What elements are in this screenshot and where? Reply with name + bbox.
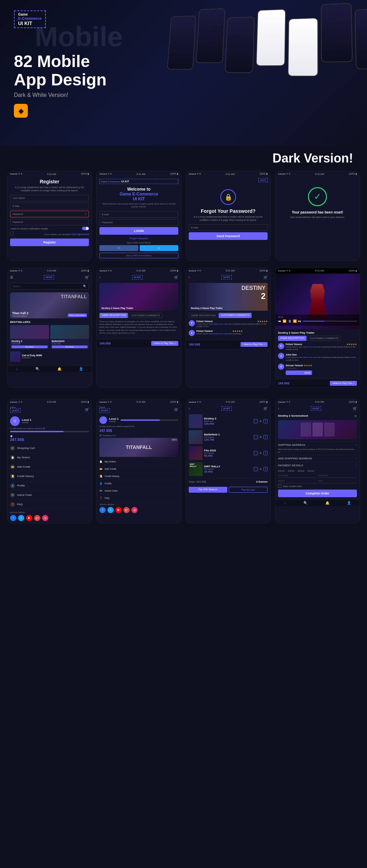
twitter-social-icon[interactable]: t <box>18 515 24 521</box>
tab-desc-video[interactable]: GAME DESCRIPTION <box>278 336 307 341</box>
more-info-btn[interactable]: More Information <box>68 314 87 317</box>
mini-game-case[interactable]: 🎮 Game Case <box>99 487 178 495</box>
qty-minus-4[interactable]: − <box>254 467 258 471</box>
youtube-social-icon[interactable]: ▶ <box>26 515 32 521</box>
play-game-btn-video[interactable]: I Want to Play This ☆ <box>330 381 357 386</box>
menu-item-profile[interactable]: 👤 Profile <box>10 481 89 491</box>
search-bar[interactable]: Search... 🔍 <box>10 283 89 290</box>
qty-minus-1[interactable]: − <box>254 419 258 423</box>
instagram-social-icon[interactable]: ig <box>42 515 48 521</box>
qty-plus-2[interactable]: + <box>263 435 268 439</box>
back-icon-detail[interactable]: ‹ <box>99 275 100 279</box>
play-game-btn[interactable]: I Want to Play This ☆ <box>151 341 178 346</box>
last-name-field[interactable]: Last Name <box>318 473 357 478</box>
featured-mini[interactable]: TITANFALL BES <box>99 438 178 457</box>
menu-item-orders[interactable]: 📋 My Orders <box>10 453 89 462</box>
menu-item-credit[interactable]: 💳 Add Credit <box>10 462 89 472</box>
buy-destiny-btn[interactable]: Buy Now <box>11 345 48 348</box>
tab-comments-2[interactable]: CUSTOMER COMMENTS <box>219 313 252 318</box>
add-address-expand[interactable]: ADD SHIPPING ADDRESS › <box>278 455 357 462</box>
cart-icon-home[interactable]: 🛒 <box>85 275 89 279</box>
qty-plus-1[interactable]: + <box>263 419 268 423</box>
facebook-social-icon[interactable]: f <box>10 515 16 521</box>
buy-battlefield-btn[interactable]: Buy Now <box>52 345 88 348</box>
cart-icon-comments[interactable]: 🛒 <box>263 275 268 279</box>
prev-btn[interactable]: ⏮ <box>278 319 281 323</box>
menu-item-history[interactable]: 📜 Credit History <box>10 472 89 481</box>
fb-2[interactable]: f <box>99 507 106 513</box>
comment-field[interactable]: Comment... <box>286 367 312 369</box>
welcome-password-field[interactable]: Password <box>99 219 178 226</box>
cart-icon-menu[interactable]: 🛒 <box>85 408 89 411</box>
qty-minus-3[interactable]: − <box>254 451 258 455</box>
game-card-battlefield[interactable]: Battlefield1 129.75$ Buy Now <box>50 325 89 349</box>
menu-item-faq[interactable]: ❓ FAQ <box>10 500 89 509</box>
menu-icon-home[interactable]: ☰ <box>10 275 13 279</box>
cart-icon-detail[interactable]: 🛒 <box>174 275 178 279</box>
forgot-link[interactable]: Forgot Password <box>99 236 178 240</box>
cart-icon-cart[interactable]: 🛒 <box>263 407 268 410</box>
tab-game-desc-2[interactable]: GAME DESCRIPTION <box>189 313 218 318</box>
tab-comments[interactable]: CUSTOMER COMMENTS <box>129 313 162 318</box>
progress-bar[interactable] <box>303 321 357 322</box>
mini-faq[interactable]: ❓ FAQ <box>99 495 178 502</box>
login-button[interactable]: LOGIN <box>99 227 178 235</box>
play-game-btn-2[interactable]: I Want to Play This ☆ <box>240 342 268 347</box>
gp-2[interactable]: g+ <box>123 507 130 513</box>
email-field[interactable]: E-Mail <box>10 203 89 209</box>
qty-plus-4[interactable]: + <box>263 467 268 471</box>
gplus-social-icon[interactable]: g+ <box>34 515 40 521</box>
email-signup-btn[interactable]: Sign up With Email Address <box>99 253 178 258</box>
welcome-email-field[interactable]: E-mail <box>99 211 178 218</box>
tab-comments-video[interactable]: CUSTOMER COMMENTS <box>307 336 341 341</box>
username-field[interactable]: User Name <box>10 195 89 201</box>
yt-2[interactable]: ▶ <box>115 507 122 513</box>
twitter-btn[interactable]: t <box>140 245 179 251</box>
confirm-password-field[interactable]: Password <box>10 219 89 225</box>
send-password-btn[interactable]: Send Password <box>189 232 268 240</box>
shipping-expand[interactable]: SHIPPING ADDRESS › <box>278 441 357 448</box>
menu-item-cart[interactable]: 🛒 Shopping Cart <box>10 444 89 453</box>
password-field[interactable]: Password ⚠ <box>10 211 89 217</box>
mini-profile[interactable]: 👤 Profile <box>99 480 178 487</box>
back-icon-comments[interactable]: ‹ <box>189 275 190 279</box>
save-card-checkbox[interactable] <box>278 484 282 488</box>
mini-orders[interactable]: 📋 My Orders <box>99 458 178 466</box>
back-icon-cart[interactable]: ‹ <box>189 407 190 410</box>
send-comment-btn[interactable]: Send <box>286 370 312 375</box>
search-nav-icon[interactable]: 🔍 <box>35 367 40 371</box>
cart-icon-payment[interactable]: 🛒 <box>353 407 357 410</box>
qty-plus-3[interactable]: + <box>263 451 268 455</box>
menu-item-game-case[interactable]: 🎮 Game Case <box>10 491 89 500</box>
back-icon-payment[interactable]: ‹ <box>278 407 279 410</box>
tw-2[interactable]: t <box>107 507 114 513</box>
pause-btn[interactable]: ⏸ <box>288 319 292 323</box>
bell-nav-payment[interactable]: 🔔 <box>325 501 329 505</box>
search-nav-payment[interactable]: 🔍 <box>303 501 308 505</box>
bell-nav-icon[interactable]: 🔔 <box>57 367 62 371</box>
facebook-btn[interactable]: f <box>99 245 138 251</box>
register-button[interactable]: Register <box>10 239 89 246</box>
payment-details-expand[interactable]: PAYMENT DETAILS › <box>278 462 357 469</box>
destiny-video-thumb-2[interactable]: DESTINY 2 Destiny 2 Game Play Trailer <box>189 283 268 311</box>
user-nav-icon[interactable]: 👤 <box>79 367 83 371</box>
notification-toggle[interactable] <box>82 227 89 230</box>
first-name-field[interactable]: First Name <box>278 473 317 478</box>
user-nav-payment[interactable]: 👤 <box>347 501 351 505</box>
home-nav-payment[interactable]: ⌂ <box>284 501 286 505</box>
mini-credit[interactable]: 💳 Add Credit <box>99 466 178 473</box>
fwd-btn[interactable]: ⏩ <box>293 319 297 323</box>
home-nav-icon[interactable]: ⌂ <box>16 367 18 371</box>
qty-minus-2[interactable]: − <box>254 435 258 439</box>
rew-btn[interactable]: ⏪ <box>283 319 286 323</box>
forgot-email-field[interactable]: E-mail <box>189 224 268 231</box>
destiny-video-thumb[interactable]: Destiny 2 Game Play Trailer <box>99 283 178 311</box>
in-2[interactable]: ig <box>131 507 138 513</box>
cvv-field[interactable]: CVV <box>318 479 357 483</box>
featured-game-card[interactable]: Titan Fall 2 Ultimate Edition More Infor… <box>10 292 89 318</box>
mini-history[interactable]: 📜 Credit History <box>99 473 178 480</box>
pay-balance-btn[interactable]: Pay With Balance <box>189 487 227 493</box>
cart-icon-home-2[interactable]: 🛒 <box>174 408 178 411</box>
game-card-destiny[interactable]: Destiny 2 169.50$ Buy Now <box>10 325 49 349</box>
pay-card-btn[interactable]: Pay by Card <box>229 487 268 493</box>
